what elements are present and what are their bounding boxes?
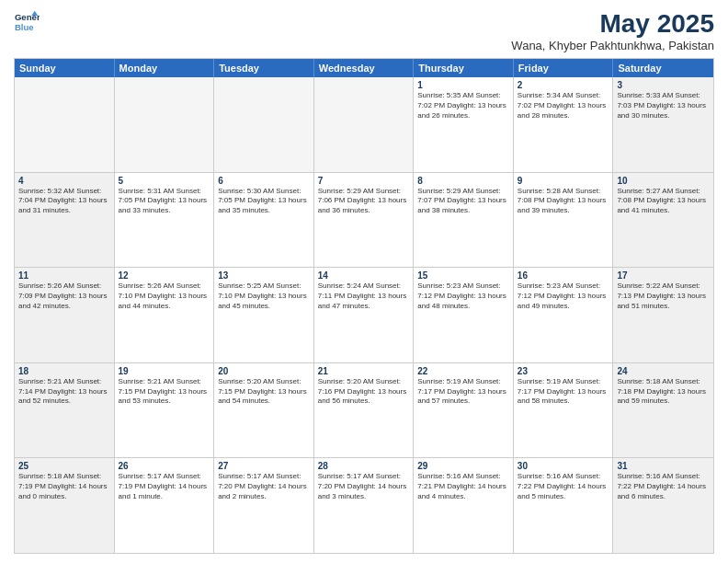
day-info: Sunrise: 5:29 AM Sunset: 7:06 PM Dayligh…: [318, 187, 410, 216]
calendar-cell: 29Sunrise: 5:16 AM Sunset: 7:21 PM Dayli…: [414, 458, 514, 553]
day-number: 6: [218, 176, 310, 186]
calendar-cell: 20Sunrise: 5:20 AM Sunset: 7:15 PM Dayli…: [214, 363, 314, 458]
calendar-cell: [15, 77, 115, 172]
weekday-header-sunday: Sunday: [15, 59, 115, 77]
day-info: Sunrise: 5:25 AM Sunset: 7:10 PM Dayligh…: [218, 282, 310, 311]
day-number: 10: [617, 176, 710, 186]
calendar-cell: 2Sunrise: 5:34 AM Sunset: 7:02 PM Daylig…: [514, 77, 614, 172]
weekday-header-tuesday: Tuesday: [214, 59, 314, 77]
day-number: 31: [617, 461, 710, 471]
day-info: Sunrise: 5:22 AM Sunset: 7:13 PM Dayligh…: [617, 282, 710, 311]
day-info: Sunrise: 5:32 AM Sunset: 7:04 PM Dayligh…: [18, 187, 110, 216]
calendar-cell: 28Sunrise: 5:17 AM Sunset: 7:20 PM Dayli…: [314, 458, 415, 553]
calendar-cell: 30Sunrise: 5:16 AM Sunset: 7:22 PM Dayli…: [514, 458, 614, 553]
title-block: May 2025 Wana, Khyber Pakhtunkhwa, Pakis…: [511, 9, 714, 52]
day-info: Sunrise: 5:17 AM Sunset: 7:20 PM Dayligh…: [218, 472, 310, 501]
calendar-week-2: 4Sunrise: 5:32 AM Sunset: 7:04 PM Daylig…: [15, 173, 713, 269]
day-info: Sunrise: 5:16 AM Sunset: 7:22 PM Dayligh…: [518, 472, 609, 501]
weekday-header-saturday: Saturday: [613, 59, 713, 77]
day-number: 5: [119, 176, 210, 186]
calendar-cell: 17Sunrise: 5:22 AM Sunset: 7:13 PM Dayli…: [613, 268, 713, 362]
page: General Blue May 2025 Wana, Khyber Pakht…: [0, 0, 728, 563]
day-info: Sunrise: 5:23 AM Sunset: 7:12 PM Dayligh…: [518, 282, 609, 311]
day-info: Sunrise: 5:23 AM Sunset: 7:12 PM Dayligh…: [417, 282, 509, 311]
calendar-week-5: 25Sunrise: 5:18 AM Sunset: 7:19 PM Dayli…: [15, 458, 713, 553]
day-number: 22: [417, 366, 509, 376]
calendar-cell: 11Sunrise: 5:26 AM Sunset: 7:09 PM Dayli…: [15, 268, 115, 362]
calendar-cell: [115, 77, 215, 172]
day-number: 27: [218, 461, 310, 471]
day-info: Sunrise: 5:31 AM Sunset: 7:05 PM Dayligh…: [119, 187, 210, 216]
day-info: Sunrise: 5:18 AM Sunset: 7:19 PM Dayligh…: [18, 472, 110, 501]
calendar-cell: 10Sunrise: 5:27 AM Sunset: 7:08 PM Dayli…: [613, 173, 713, 268]
calendar-cell: 13Sunrise: 5:25 AM Sunset: 7:10 PM Dayli…: [214, 268, 314, 362]
day-info: Sunrise: 5:17 AM Sunset: 7:20 PM Dayligh…: [318, 472, 410, 501]
day-info: Sunrise: 5:26 AM Sunset: 7:09 PM Dayligh…: [18, 282, 110, 311]
day-info: Sunrise: 5:28 AM Sunset: 7:08 PM Dayligh…: [518, 187, 609, 216]
day-number: 28: [318, 461, 410, 471]
calendar-cell: 14Sunrise: 5:24 AM Sunset: 7:11 PM Dayli…: [314, 268, 415, 362]
svg-text:Blue: Blue: [15, 22, 34, 32]
day-info: Sunrise: 5:20 AM Sunset: 7:16 PM Dayligh…: [318, 377, 410, 407]
day-info: Sunrise: 5:30 AM Sunset: 7:05 PM Dayligh…: [218, 187, 310, 216]
weekday-header-monday: Monday: [115, 59, 215, 77]
day-info: Sunrise: 5:17 AM Sunset: 7:19 PM Dayligh…: [119, 472, 210, 501]
calendar-cell: 31Sunrise: 5:16 AM Sunset: 7:22 PM Dayli…: [613, 458, 713, 553]
subtitle: Wana, Khyber Pakhtunkhwa, Pakistan: [511, 39, 714, 52]
calendar-cell: 6Sunrise: 5:30 AM Sunset: 7:05 PM Daylig…: [214, 173, 314, 268]
calendar-cell: 12Sunrise: 5:26 AM Sunset: 7:10 PM Dayli…: [115, 268, 215, 362]
day-info: Sunrise: 5:21 AM Sunset: 7:14 PM Dayligh…: [18, 377, 110, 407]
day-number: 11: [18, 270, 110, 281]
day-info: Sunrise: 5:16 AM Sunset: 7:22 PM Dayligh…: [617, 472, 710, 501]
calendar-cell: [314, 77, 415, 172]
calendar-cell: 4Sunrise: 5:32 AM Sunset: 7:04 PM Daylig…: [15, 173, 115, 268]
day-number: 2: [518, 80, 609, 90]
main-title: May 2025: [511, 9, 714, 39]
day-info: Sunrise: 5:34 AM Sunset: 7:02 PM Dayligh…: [518, 91, 609, 121]
day-info: Sunrise: 5:24 AM Sunset: 7:11 PM Dayligh…: [318, 282, 410, 311]
day-info: Sunrise: 5:26 AM Sunset: 7:10 PM Dayligh…: [119, 282, 210, 311]
calendar-cell: 23Sunrise: 5:19 AM Sunset: 7:17 PM Dayli…: [514, 363, 614, 458]
calendar-cell: 1Sunrise: 5:35 AM Sunset: 7:02 PM Daylig…: [414, 77, 514, 172]
calendar-cell: 3Sunrise: 5:33 AM Sunset: 7:03 PM Daylig…: [613, 77, 713, 172]
day-number: 29: [417, 461, 509, 471]
day-number: 18: [18, 366, 110, 376]
day-number: 16: [518, 270, 609, 281]
weekday-header-thursday: Thursday: [414, 59, 514, 77]
calendar-cell: 21Sunrise: 5:20 AM Sunset: 7:16 PM Dayli…: [314, 363, 415, 458]
calendar-cell: 22Sunrise: 5:19 AM Sunset: 7:17 PM Dayli…: [414, 363, 514, 458]
day-info: Sunrise: 5:18 AM Sunset: 7:18 PM Dayligh…: [617, 377, 710, 407]
calendar-cell: 8Sunrise: 5:29 AM Sunset: 7:07 PM Daylig…: [414, 173, 514, 268]
day-number: 23: [518, 366, 609, 376]
day-number: 8: [417, 176, 509, 186]
day-number: 7: [318, 176, 410, 186]
calendar-week-1: 1Sunrise: 5:35 AM Sunset: 7:02 PM Daylig…: [15, 77, 713, 173]
day-number: 19: [119, 366, 210, 376]
day-number: 30: [518, 461, 609, 471]
day-info: Sunrise: 5:29 AM Sunset: 7:07 PM Dayligh…: [417, 187, 509, 216]
day-number: 17: [617, 270, 710, 281]
weekday-header-wednesday: Wednesday: [314, 59, 415, 77]
day-info: Sunrise: 5:33 AM Sunset: 7:03 PM Dayligh…: [617, 91, 710, 121]
day-number: 25: [18, 461, 110, 471]
calendar-cell: 18Sunrise: 5:21 AM Sunset: 7:14 PM Dayli…: [15, 363, 115, 458]
day-info: Sunrise: 5:35 AM Sunset: 7:02 PM Dayligh…: [417, 91, 509, 121]
day-info: Sunrise: 5:21 AM Sunset: 7:15 PM Dayligh…: [119, 377, 210, 407]
calendar-cell: 24Sunrise: 5:18 AM Sunset: 7:18 PM Dayli…: [613, 363, 713, 458]
day-number: 15: [417, 270, 509, 281]
day-number: 3: [617, 80, 710, 90]
calendar-cell: 15Sunrise: 5:23 AM Sunset: 7:12 PM Dayli…: [414, 268, 514, 362]
day-info: Sunrise: 5:20 AM Sunset: 7:15 PM Dayligh…: [218, 377, 310, 407]
day-number: 20: [218, 366, 310, 376]
calendar-week-4: 18Sunrise: 5:21 AM Sunset: 7:14 PM Dayli…: [15, 363, 713, 459]
calendar-cell: 19Sunrise: 5:21 AM Sunset: 7:15 PM Dayli…: [115, 363, 215, 458]
day-number: 12: [119, 270, 210, 281]
day-number: 26: [119, 461, 210, 471]
logo-icon: General Blue: [14, 9, 40, 35]
calendar-cell: 26Sunrise: 5:17 AM Sunset: 7:19 PM Dayli…: [115, 458, 215, 553]
day-number: 1: [417, 80, 509, 90]
calendar-cell: 16Sunrise: 5:23 AM Sunset: 7:12 PM Dayli…: [514, 268, 614, 362]
day-info: Sunrise: 5:27 AM Sunset: 7:08 PM Dayligh…: [617, 187, 710, 216]
day-number: 21: [318, 366, 410, 376]
day-number: 14: [318, 270, 410, 281]
